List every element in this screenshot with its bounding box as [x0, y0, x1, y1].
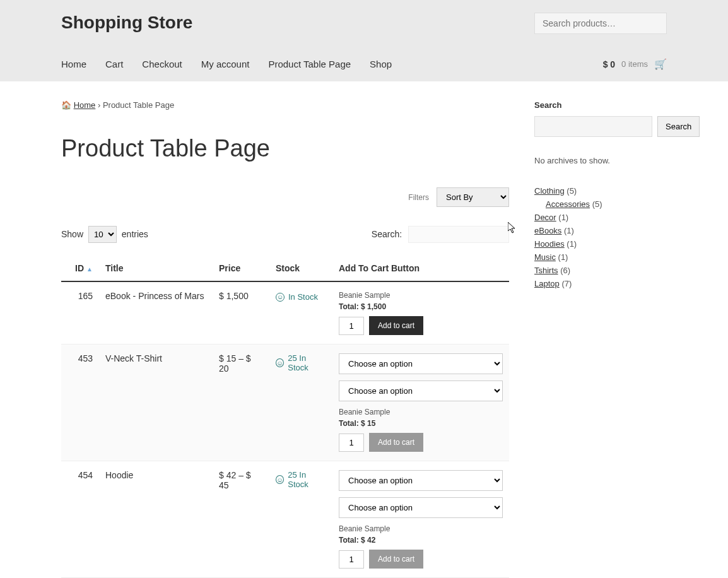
sidebar-search-label: Search	[534, 100, 667, 110]
nav-link-cart[interactable]: Cart	[105, 59, 123, 69]
category-count: (7)	[560, 279, 572, 288]
cell-stock: ☺In Stock	[269, 281, 332, 345]
category-link[interactable]: Clothing	[534, 186, 565, 196]
quantity-input[interactable]	[339, 434, 364, 452]
cell-add-to-cart: Choose an optionChoose an optionBeanie S…	[332, 345, 509, 461]
cell-title: eBook - Princess of Mars	[99, 281, 213, 345]
stock-text: 25 In Stock	[288, 353, 326, 372]
cart-icon: 🛒	[654, 58, 667, 70]
category-link[interactable]: eBooks	[534, 226, 561, 235]
cell-id: 165	[61, 281, 99, 345]
cell-stock: ☺25 In Stock	[269, 345, 332, 461]
nav-link-home[interactable]: Home	[61, 59, 86, 69]
sample-label: Beanie Sample	[339, 524, 503, 533]
table-row: 453V-Neck T-Shirt$ 15 – $ 20☺25 In Stock…	[61, 345, 509, 461]
cell-id: 454	[61, 461, 99, 578]
cart-items-count: 0 items	[621, 59, 648, 69]
category-item: Hoodies (1)	[534, 237, 667, 251]
products-table: ID▲ Title Price Stock Add To Cart Button…	[61, 256, 509, 578]
variation-select[interactable]: Choose an option	[339, 497, 503, 518]
table-search-label: Search:	[372, 229, 402, 239]
product-search-input[interactable]	[534, 13, 667, 34]
main-nav: HomeCartCheckoutMy accountProduct Table …	[61, 59, 392, 70]
sidebar-search-button[interactable]: Search	[657, 116, 700, 137]
cell-id: 453	[61, 345, 99, 461]
total-label: Total: $ 15	[339, 419, 503, 428]
cell-price: $ 15 – $ 20	[213, 345, 269, 461]
col-id[interactable]: ID▲	[61, 256, 99, 281]
col-stock[interactable]: Stock	[269, 256, 332, 281]
category-link[interactable]: Accessories	[546, 199, 590, 209]
nav-link-my-account[interactable]: My account	[201, 59, 250, 69]
category-list: Clothing (5)Accessories (5)Decor (1)eBoo…	[534, 184, 667, 290]
cell-add-to-cart: Choose an optionChoose an optionBeanie S…	[332, 461, 509, 578]
page-title: Product Table Page	[61, 135, 509, 162]
breadcrumb: 🏠 Home › Product Table Page	[61, 100, 509, 110]
cell-title: V-Neck T-Shirt	[99, 345, 213, 461]
smile-icon: ☺	[276, 358, 284, 367]
cell-price: $ 1,500	[213, 281, 269, 345]
category-item: Tshirts (6)	[534, 264, 667, 277]
category-link[interactable]: Hoodies	[534, 239, 565, 249]
add-to-cart-button[interactable]: Add to cart	[369, 316, 423, 335]
table-row: 165eBook - Princess of Mars$ 1,500☺In St…	[61, 281, 509, 345]
category-item: Clothing (5)	[534, 184, 667, 198]
sidebar-search-input[interactable]	[534, 116, 652, 137]
total-label: Total: $ 42	[339, 536, 503, 545]
show-entries: Show 10 entries	[61, 226, 148, 243]
category-item: Accessories (5)	[534, 198, 667, 211]
quantity-input[interactable]	[339, 317, 364, 335]
col-price[interactable]: Price	[213, 256, 269, 281]
table-search-input[interactable]	[408, 226, 509, 243]
sort-asc-icon: ▲	[86, 266, 93, 273]
total-label: Total: $ 1,500	[339, 302, 503, 311]
nav-link-shop[interactable]: Shop	[370, 59, 392, 69]
smile-icon: ☺	[276, 475, 284, 484]
breadcrumb-current: Product Table Page	[103, 100, 174, 110]
add-to-cart-button[interactable]: Add to cart	[369, 433, 423, 452]
category-count: (5)	[565, 186, 577, 196]
nav-link-product-table-page[interactable]: Product Table Page	[268, 59, 351, 69]
col-title[interactable]: Title	[99, 256, 213, 281]
cart-amount: $ 0	[603, 59, 615, 69]
chevron-right-icon: ›	[98, 100, 103, 110]
category-item: Laptop (7)	[534, 277, 667, 290]
variation-select[interactable]: Choose an option	[339, 380, 503, 401]
site-title: Shopping Store	[61, 13, 192, 33]
category-count: (1)	[565, 239, 577, 249]
stock-text: 25 In Stock	[288, 470, 326, 489]
category-count: (1)	[556, 213, 569, 222]
filters-label: Filters	[408, 193, 429, 202]
variation-select[interactable]: Choose an option	[339, 470, 503, 491]
home-icon: 🏠	[61, 100, 71, 110]
quantity-input[interactable]	[339, 550, 364, 569]
cart-summary[interactable]: $ 0 0 items 🛒	[603, 58, 667, 70]
sample-label: Beanie Sample	[339, 408, 503, 416]
category-item: Music (1)	[534, 251, 667, 264]
cell-price: $ 42 – $ 45	[213, 461, 269, 578]
breadcrumb-home[interactable]: Home	[74, 100, 96, 110]
variation-select[interactable]: Choose an option	[339, 353, 503, 374]
no-archives-text: No archives to show.	[534, 156, 667, 165]
category-link[interactable]: Laptop	[534, 279, 560, 288]
entries-select[interactable]: 10	[88, 226, 117, 243]
category-count: (1)	[556, 252, 568, 262]
cell-stock: ☺25 In Stock	[269, 461, 332, 578]
category-count: (6)	[558, 266, 571, 275]
category-link[interactable]: Decor	[534, 213, 556, 222]
add-to-cart-button[interactable]: Add to cart	[369, 550, 423, 569]
stock-text: In Stock	[288, 292, 318, 302]
table-row: 454Hoodie$ 42 – $ 45☺25 In StockChoose a…	[61, 461, 509, 578]
sample-label: Beanie Sample	[339, 291, 503, 300]
category-link[interactable]: Music	[534, 252, 556, 262]
col-add[interactable]: Add To Cart Button	[332, 256, 509, 281]
smile-icon: ☺	[276, 293, 285, 302]
category-count: (1)	[561, 226, 574, 235]
sort-by-select[interactable]: Sort By	[437, 187, 509, 207]
nav-link-checkout[interactable]: Checkout	[142, 59, 182, 69]
cell-add-to-cart: Beanie SampleTotal: $ 1,500Add to cart	[332, 281, 509, 345]
cell-title: Hoodie	[99, 461, 213, 578]
category-link[interactable]: Tshirts	[534, 266, 558, 275]
category-item: eBooks (1)	[534, 224, 667, 237]
category-item: Decor (1)	[534, 211, 667, 224]
